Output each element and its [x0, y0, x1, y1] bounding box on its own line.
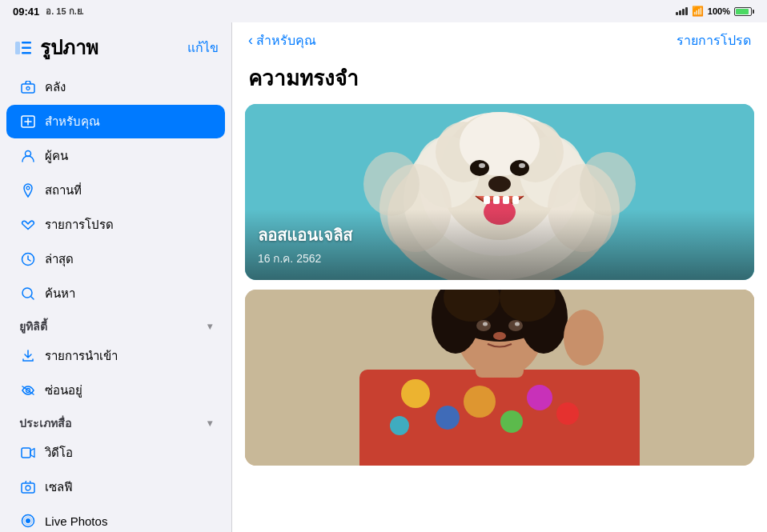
svg-point-32 — [510, 160, 529, 176]
sidebar-item-label-for-you: สำหรับคุณ — [45, 112, 212, 131]
svg-point-31 — [470, 160, 489, 176]
content-title: ความทรงจำ — [232, 58, 767, 104]
sidebar-item-label-places: สถานที่ — [45, 181, 212, 200]
svg-point-35 — [488, 176, 511, 192]
sidebar: รูปภาพ แก้ไข คลัง — [0, 22, 232, 532]
svg-rect-38 — [493, 196, 500, 204]
library-icon — [19, 78, 37, 96]
recent-icon — [19, 250, 37, 268]
svg-point-53 — [556, 402, 579, 425]
search-icon — [19, 285, 37, 302]
sidebar-item-live-photos[interactable]: Live Photos — [6, 505, 225, 532]
svg-rect-3 — [22, 52, 31, 54]
svg-point-52 — [390, 416, 409, 435]
places-icon — [19, 182, 37, 199]
people-icon — [19, 147, 37, 165]
svg-point-51 — [527, 385, 552, 410]
section-media-types[interactable]: ประเภทสื่อ ▾ — [0, 408, 231, 435]
sidebar-item-label-search: ค้นหา — [45, 284, 212, 303]
svg-point-16 — [26, 518, 30, 523]
svg-point-10 — [22, 288, 32, 298]
svg-point-34 — [519, 163, 525, 168]
svg-point-14 — [26, 486, 30, 490]
section-utilities[interactable]: ยูทิลิตี้ ▾ — [0, 311, 231, 338]
back-chevron-icon: ‹ — [248, 32, 253, 49]
sidebar-item-label-library: คลัง — [45, 78, 212, 97]
svg-point-63 — [508, 320, 523, 331]
card-1-caption: ลอสแอนเจลิส 16 ก.ค. 2562 — [245, 210, 754, 280]
svg-point-65 — [515, 322, 520, 326]
favorites-icon — [19, 216, 37, 234]
sidebar-item-selfies[interactable]: เซลฟี — [6, 470, 225, 504]
sidebar-item-library[interactable]: คลัง — [6, 70, 225, 104]
sidebar-item-label-live-photos: Live Photos — [45, 514, 212, 528]
sidebar-header: รูปภาพ แก้ไข — [0, 22, 231, 66]
sidebar-item-label-selfies: เซลฟี — [45, 478, 212, 497]
svg-point-49 — [464, 386, 496, 418]
sidebar-item-hidden[interactable]: ซ่อนอยู่ — [6, 374, 225, 407]
sidebar-item-label-videos: วิดีโอ — [45, 443, 212, 462]
sidebar-item-label-people: ผู้คน — [45, 146, 212, 166]
sidebar-item-favorites[interactable]: รายการโปรด — [6, 208, 225, 242]
svg-rect-0 — [15, 42, 20, 54]
favorites-button[interactable]: รายการโปรด — [677, 30, 751, 50]
svg-rect-1 — [22, 42, 31, 44]
battery-percent: 100% — [708, 6, 730, 16]
svg-rect-37 — [484, 196, 490, 204]
svg-rect-13 — [22, 483, 34, 493]
photo-card-1[interactable]: ลอสแอนเจลิส 16 ก.ค. 2562 — [245, 104, 754, 280]
battery-icon — [734, 7, 754, 16]
live-photos-icon — [19, 512, 37, 530]
media-types-chevron-icon: ▾ — [207, 418, 212, 429]
sidebar-item-people[interactable]: ผู้คน — [6, 139, 225, 173]
sidebar-title: รูปภาพ — [40, 32, 98, 63]
sidebar-item-label-hidden: ซ่อนอยู่ — [45, 381, 212, 400]
svg-point-43 — [363, 152, 420, 216]
card-1-subtitle: 16 ก.ค. 2562 — [258, 250, 741, 267]
svg-rect-2 — [22, 46, 31, 49]
sidebar-item-places[interactable]: สถานที่ — [6, 174, 225, 207]
svg-rect-40 — [512, 196, 519, 204]
content-nav: ‹ สำหรับคุณ รายการโปรด — [232, 22, 767, 58]
back-button[interactable]: ‹ สำหรับคุณ — [248, 30, 316, 50]
hidden-icon — [19, 382, 37, 399]
sidebar-item-label-favorites: รายการโปรด — [45, 215, 212, 234]
sidebar-item-import[interactable]: รายการนำเข้า — [6, 339, 225, 373]
sidebar-item-search[interactable]: ค้นหา — [6, 277, 225, 310]
status-time: 09:41 — [13, 6, 39, 18]
wifi-icon: 📶 — [692, 6, 704, 17]
photo-card-2[interactable] — [245, 290, 754, 466]
back-label: สำหรับคุณ — [256, 30, 316, 50]
status-bar: 09:41 อ. 15 ก.ย. 📶 100% — [0, 0, 767, 22]
card-1-title: ลอสแอนเจลิส — [258, 222, 741, 248]
section-utilities-label: ยูทิลิตี้ — [19, 318, 47, 335]
import-icon — [19, 347, 37, 365]
svg-point-61 — [564, 310, 604, 366]
sidebar-item-recent[interactable]: ล่าสุด — [6, 242, 225, 276]
sidebar-item-videos[interactable]: วิดีโอ — [6, 436, 225, 470]
svg-point-47 — [401, 379, 430, 408]
svg-point-5 — [26, 87, 30, 90]
svg-rect-4 — [22, 84, 34, 93]
status-right-icons: 📶 100% — [676, 6, 754, 17]
sidebar-item-label-import: รายการนำเข้า — [45, 346, 212, 366]
svg-point-64 — [483, 322, 488, 326]
svg-point-48 — [436, 406, 460, 430]
svg-point-62 — [476, 320, 491, 331]
signal-icon — [676, 7, 688, 15]
sidebar-toggle-icon[interactable] — [13, 38, 34, 58]
videos-icon — [19, 444, 37, 462]
sidebar-edit-button[interactable]: แก้ไข — [187, 38, 219, 58]
svg-point-44 — [580, 152, 636, 216]
section-media-types-label: ประเภทสื่อ — [19, 414, 71, 432]
status-date: อ. 15 ก.ย. — [46, 4, 84, 18]
sidebar-item-label-recent: ล่าสุด — [45, 250, 212, 269]
woman-photo-image — [245, 290, 754, 466]
main-layout: รูปภาพ แก้ไข คลัง — [0, 22, 767, 532]
utilities-chevron-icon: ▾ — [207, 321, 212, 332]
for-you-icon — [19, 113, 37, 130]
content-scroll: ลอสแอนเจลิส 16 ก.ค. 2562 — [232, 104, 767, 532]
sidebar-content: คลัง สำหรับคุณ ผู้คน — [0, 66, 231, 532]
svg-point-33 — [479, 163, 485, 168]
sidebar-item-for-you[interactable]: สำหรับคุณ — [6, 105, 225, 138]
